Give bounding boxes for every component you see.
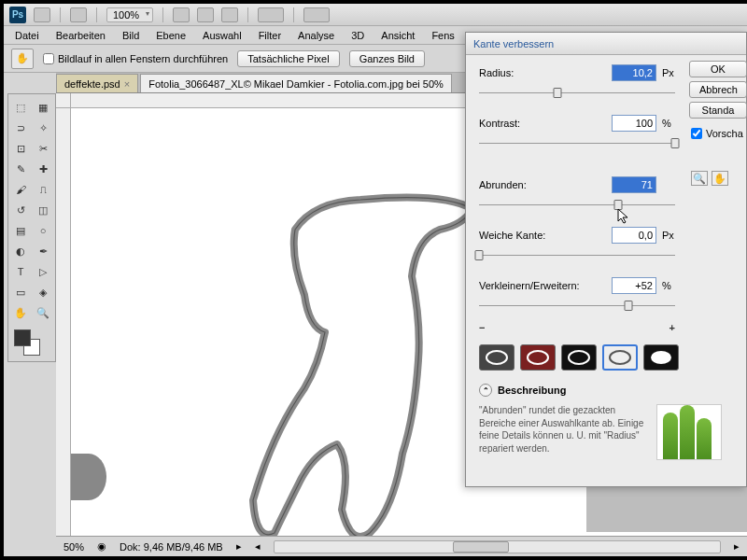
hand-icon: ✋: [11, 49, 34, 69]
marquee-tool-icon[interactable]: ▦: [33, 98, 53, 117]
crop-tool-icon[interactable]: ⊡: [10, 139, 31, 158]
rotate-icon[interactable]: [221, 7, 238, 22]
history-brush-icon[interactable]: ↺: [10, 201, 31, 219]
feather-input[interactable]: [612, 227, 656, 244]
horizontal-scrollbar[interactable]: [274, 540, 721, 553]
hand-tool-icon[interactable]: [173, 7, 190, 22]
stamp-tool-icon[interactable]: ⎍: [33, 180, 53, 199]
refine-edge-dialog: Kante verbessern Radius: Px Kontrast: % …: [465, 32, 747, 487]
ruler-vertical: [56, 108, 71, 536]
actual-pixels-button[interactable]: Tatsächliche Pixel: [237, 50, 339, 67]
contrast-label: Kontrast:: [479, 118, 606, 129]
svg-point-2: [569, 351, 589, 364]
radius-slider[interactable]: [479, 85, 675, 102]
zoom-dropdown[interactable]: 100%: [106, 7, 153, 22]
ok-button[interactable]: OK: [689, 61, 747, 77]
hand-pan-icon[interactable]: ✋: [712, 171, 728, 186]
shape-tool-icon[interactable]: ▭: [10, 283, 31, 301]
toolbox: ⬚▦ ⊃✧ ⊡✂ ✎✚ 🖌⎍ ↺◫ ▤○ ◐✒ T▷ ▭◈ ✋🔍: [7, 93, 56, 362]
move-tool-icon[interactable]: ⬚: [10, 98, 31, 117]
menu-window[interactable]: Fens: [424, 28, 461, 43]
panel-strip: [586, 487, 747, 532]
pen-tool-icon[interactable]: ✒: [33, 242, 53, 260]
bridge-icon[interactable]: [34, 7, 50, 22]
minus-label: −: [479, 322, 485, 333]
feather-slider[interactable]: [479, 247, 675, 264]
arrange-icon[interactable]: [258, 7, 284, 22]
status-zoom[interactable]: 50%: [63, 541, 84, 553]
menu-layer[interactable]: Ebene: [148, 28, 193, 43]
status-icon: ◉: [97, 540, 106, 553]
type-tool-icon[interactable]: T: [10, 262, 31, 281]
menu-filter[interactable]: Filter: [251, 28, 289, 43]
slice-tool-icon[interactable]: ✂: [33, 139, 53, 158]
zoom-icon[interactable]: 🔍: [691, 171, 708, 186]
scroll-all-checkbox[interactable]: Bildlauf in allen Fenstern durchführen: [43, 53, 228, 64]
path-tool-icon[interactable]: ▷: [33, 262, 53, 281]
menu-edit[interactable]: Bearbeiten: [49, 28, 113, 43]
description-text: "Abrunden" rundet die gezackten Bereiche…: [479, 404, 647, 460]
menu-view[interactable]: Ansicht: [374, 28, 422, 43]
3d-tool-icon[interactable]: ◈: [33, 283, 53, 301]
app-logo: Ps: [9, 7, 26, 23]
preview-mode-black[interactable]: [561, 344, 597, 371]
document-tab[interactable]: Fotolia_3066487_XL© Mikael Damkier - Fot…: [140, 74, 452, 92]
blur-tool-icon[interactable]: ○: [33, 221, 53, 240]
expand-label: Verkleinern/Erweitern:: [479, 280, 606, 291]
brush-tool-icon[interactable]: 🖌: [10, 180, 31, 199]
preview-mode-mask[interactable]: [643, 344, 679, 371]
description-preview: [656, 404, 722, 460]
smooth-label: Abrunden:: [479, 179, 606, 190]
color-swatch[interactable]: [10, 328, 53, 357]
expand-slider[interactable]: [479, 298, 675, 315]
preview-mode-white[interactable]: [602, 344, 638, 371]
feather-unit: Px: [662, 230, 679, 241]
contrast-slider[interactable]: [479, 135, 675, 152]
menu-3d[interactable]: 3D: [344, 28, 372, 43]
eraser-tool-icon[interactable]: ◫: [33, 201, 53, 219]
fit-screen-button[interactable]: Ganzes Bild: [349, 50, 425, 67]
radius-input[interactable]: [612, 64, 656, 81]
feather-label: Weiche Kante:: [479, 230, 606, 241]
preview-mode-standard[interactable]: [479, 344, 514, 371]
smooth-input[interactable]: [612, 176, 656, 193]
canvas-shape: [71, 454, 106, 500]
expand-input[interactable]: [612, 277, 656, 294]
tab-label: deffekte.psd: [64, 78, 120, 90]
status-doc: Dok: 9,46 MB/9,46 MB: [120, 541, 223, 553]
hand-tool-icon[interactable]: ✋: [10, 303, 31, 322]
collapse-icon[interactable]: ⌃: [479, 384, 492, 397]
svg-point-3: [610, 351, 630, 364]
chevron-right-icon[interactable]: ▸: [236, 540, 242, 553]
layout-icon[interactable]: [70, 7, 87, 22]
menu-select[interactable]: Auswahl: [195, 28, 249, 43]
eyedropper-tool-icon[interactable]: ✎: [10, 160, 31, 178]
radius-label: Radius:: [479, 67, 606, 78]
radius-unit: Px: [662, 67, 679, 78]
menu-image[interactable]: Bild: [115, 28, 147, 43]
scroll-left-icon[interactable]: ◂: [255, 540, 261, 553]
scroll-right-icon[interactable]: ▸: [734, 540, 740, 553]
contrast-input[interactable]: [612, 115, 656, 132]
cancel-button[interactable]: Abbrech: [689, 81, 747, 98]
dodge-tool-icon[interactable]: ◐: [10, 242, 31, 260]
ruler-corner: [56, 93, 71, 108]
preview-mode-overlay[interactable]: [520, 344, 556, 371]
screen-mode-icon[interactable]: [303, 7, 330, 22]
preview-checkbox[interactable]: Vorscha: [691, 128, 747, 139]
lasso-tool-icon[interactable]: ⊃: [10, 119, 31, 137]
zoom-canvas-icon[interactable]: 🔍: [33, 303, 53, 322]
menu-file[interactable]: Datei: [7, 28, 47, 43]
dialog-title: Kante verbessern: [466, 33, 746, 55]
gradient-tool-icon[interactable]: ▤: [10, 221, 31, 240]
heal-tool-icon[interactable]: ✚: [33, 160, 53, 178]
default-button[interactable]: Standa: [689, 102, 747, 119]
smooth-slider[interactable]: [479, 197, 675, 214]
menu-analysis[interactable]: Analyse: [290, 28, 342, 43]
close-icon[interactable]: ×: [124, 78, 130, 90]
expand-unit: %: [662, 280, 679, 291]
zoom-tool-icon[interactable]: [197, 7, 214, 22]
description-heading: Beschreibung: [498, 385, 566, 396]
document-tab[interactable]: deffekte.psd×: [56, 74, 138, 92]
wand-tool-icon[interactable]: ✧: [33, 119, 53, 137]
